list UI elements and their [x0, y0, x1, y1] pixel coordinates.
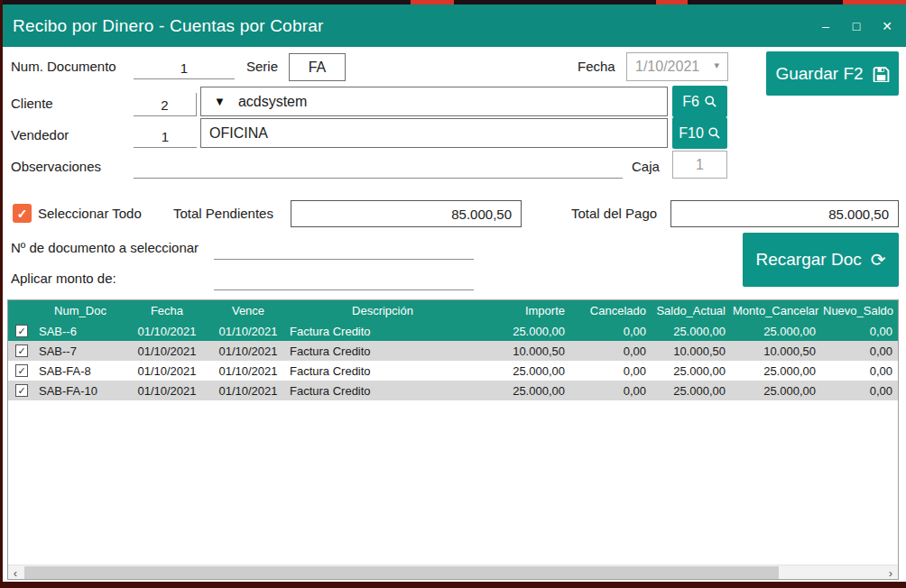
search-icon — [707, 126, 721, 140]
table-cell: Factura Credito — [288, 345, 477, 358]
total-pendientes-input[interactable]: 85.000,50 — [291, 200, 522, 227]
table-cell: 0,00 — [823, 345, 899, 358]
num-doc-seleccionar-input[interactable] — [214, 236, 474, 260]
total-del-pago-input[interactable]: 85.000,50 — [670, 200, 899, 227]
column-header[interactable]: Importe — [477, 304, 572, 317]
caja-input[interactable]: 1 — [672, 151, 727, 179]
cliente-name: acdsystem — [238, 94, 307, 110]
titlebar: Recibo por Dinero - Cuentas por Cobrar –… — [0, 5, 906, 47]
date-caret-icon[interactable]: ▾ — [714, 60, 719, 71]
vendedor-name-input[interactable]: OFICINA — [200, 118, 668, 148]
row-checkbox[interactable]: ✓ — [15, 384, 28, 397]
vendedor-code-input[interactable]: 1 — [134, 124, 197, 148]
column-header[interactable]: Num_Doc — [35, 304, 125, 317]
table-cell: 25.000,00 — [653, 364, 733, 378]
table-cell: 25.000,00 — [477, 384, 572, 398]
table-cell: SAB-FA-8 — [35, 364, 125, 378]
app-window: Recibo por Dinero - Cuentas por Cobrar –… — [0, 0, 906, 588]
recargar-doc-button[interactable]: Recargar Doc ⟳ — [743, 233, 899, 287]
row-checkbox[interactable]: ✓ — [15, 345, 28, 357]
fecha-label: Fecha — [578, 59, 615, 74]
row-checkbox-cell: ✓ — [8, 364, 35, 377]
column-header[interactable]: Nuevo_Saldo — [823, 304, 899, 317]
seleccionar-todo-checkbox[interactable]: ✓ — [13, 204, 32, 223]
table-cell: 01/10/2021 — [208, 364, 288, 378]
table-cell: SAB--6 — [35, 325, 125, 338]
table-cell: 0,00 — [823, 325, 899, 338]
table-row[interactable]: ✓SAB-FA-1001/10/202101/10/2021Factura Cr… — [8, 381, 898, 400]
table-cell: 10.000,50 — [653, 345, 733, 358]
table-cell: 01/10/2021 — [125, 325, 208, 338]
table-cell: 0,00 — [572, 384, 653, 398]
table-cell: Factura Credito — [288, 325, 477, 338]
table-cell: Factura Credito — [288, 364, 477, 378]
table-row[interactable]: ✓SAB--701/10/202101/10/2021Factura Credi… — [8, 341, 898, 361]
table-cell: 25.000,00 — [653, 384, 733, 398]
table-cell: 01/10/2021 — [125, 384, 208, 398]
f6-search-button[interactable]: F6 — [672, 86, 727, 117]
minimize-icon[interactable]: – — [814, 14, 837, 38]
column-header[interactable]: Saldo_Actual — [653, 304, 733, 317]
cliente-code-input[interactable]: 2 — [134, 93, 197, 116]
table-cell: 01/10/2021 — [208, 384, 288, 398]
table-row[interactable]: ✓SAB-FA-801/10/202101/10/2021Factura Cre… — [8, 361, 898, 381]
scroll-right-icon[interactable]: › — [883, 565, 898, 580]
total-del-pago-label: Total del Pago — [571, 206, 657, 221]
fecha-datepicker[interactable]: 1/10/2021 ▾ — [626, 52, 728, 81]
caja-label: Caja — [632, 159, 660, 174]
scroll-left-icon[interactable]: ‹ — [8, 565, 23, 580]
table-cell: 0,00 — [572, 345, 653, 358]
column-header[interactable]: Descripción — [288, 304, 477, 317]
grid-header-row: Num_Doc Fecha Vence Descripción Importe … — [8, 300, 898, 321]
row-checkbox-cell: ✓ — [8, 325, 35, 337]
dropdown-icon[interactable]: ▼ — [214, 95, 226, 108]
table-row[interactable]: ✓SAB--601/10/202101/10/2021Factura Credi… — [8, 321, 898, 341]
table-cell: 10.000,50 — [477, 345, 572, 358]
fecha-value: 1/10/2021 — [635, 59, 699, 75]
table-cell: 0,00 — [572, 364, 653, 378]
table-cell: 25.000,00 — [733, 364, 823, 378]
serie-label: Serie — [246, 59, 278, 74]
observaciones-input[interactable] — [134, 155, 623, 179]
cliente-combobox[interactable]: ▼ acdsystem — [200, 87, 668, 116]
table-cell: 0,00 — [823, 384, 899, 398]
guardar-button[interactable]: Guardar F2 — [766, 51, 899, 96]
table-cell: 0,00 — [572, 325, 653, 338]
table-cell: Factura Credito — [288, 384, 477, 398]
f10-search-button[interactable]: F10 — [672, 117, 727, 149]
num-documento-label: Num. Documento — [11, 59, 116, 74]
close-icon[interactable]: ✕ — [875, 14, 899, 38]
table-cell: 25.000,00 — [733, 325, 823, 338]
grid-body: ✓SAB--601/10/202101/10/2021Factura Credi… — [8, 321, 898, 400]
column-header[interactable]: Monto_Cancelar — [733, 304, 823, 317]
table-cell: SAB-FA-10 — [35, 384, 125, 398]
caja-value: 1 — [696, 157, 704, 173]
row-checkbox-cell: ✓ — [8, 345, 35, 357]
recargar-label: Recargar Doc — [756, 250, 862, 270]
cliente-label: Cliente — [11, 96, 53, 111]
f6-label: F6 — [682, 94, 699, 110]
table-cell: 01/10/2021 — [125, 345, 208, 358]
serie-input[interactable]: FA — [289, 53, 346, 81]
column-header[interactable]: Cancelado — [572, 304, 653, 317]
table-cell: 01/10/2021 — [208, 345, 288, 358]
check-icon: ✓ — [17, 207, 28, 221]
maximize-icon[interactable]: □ — [845, 14, 868, 38]
num-documento-input[interactable]: 1 — [134, 56, 235, 79]
column-header[interactable]: Fecha — [125, 304, 208, 317]
total-pendientes-label: Total Pendientes — [173, 206, 273, 221]
table-cell: 01/10/2021 — [125, 364, 208, 378]
observaciones-label: Observaciones — [11, 159, 101, 174]
save-icon — [873, 65, 890, 82]
refresh-icon: ⟳ — [871, 251, 886, 269]
seleccionar-todo-label[interactable]: Seleccionar Todo — [38, 206, 142, 221]
row-checkbox[interactable]: ✓ — [15, 364, 28, 377]
table-cell: 25.000,00 — [477, 325, 572, 338]
horizontal-scrollbar[interactable]: ‹ › — [8, 565, 898, 579]
row-checkbox[interactable]: ✓ — [15, 325, 28, 337]
column-header[interactable]: Vence — [208, 304, 288, 317]
scrollbar-thumb[interactable] — [24, 566, 779, 579]
documents-grid: Num_Doc Fecha Vence Descripción Importe … — [7, 299, 899, 580]
row-checkbox-cell: ✓ — [8, 384, 35, 397]
aplicar-monto-input[interactable] — [214, 267, 474, 290]
